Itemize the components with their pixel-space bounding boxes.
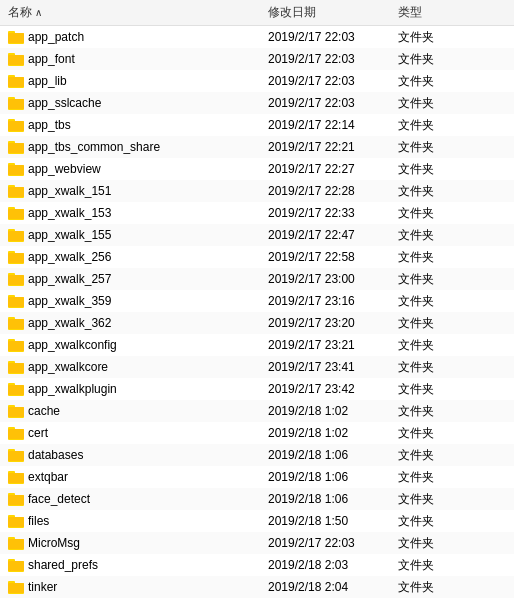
svg-rect-62 bbox=[8, 473, 24, 483]
svg-rect-65 bbox=[8, 495, 24, 505]
folder-icon bbox=[8, 514, 24, 528]
folder-icon bbox=[8, 470, 24, 484]
table-row[interactable]: app_xwalk_153 2019/2/17 22:33 文件夹 bbox=[0, 202, 514, 224]
table-row[interactable]: tinker_temp 2019/2/18 2:04 文件夹 bbox=[0, 598, 514, 602]
table-row[interactable]: app_xwalkcore 2019/2/17 23:41 文件夹 bbox=[0, 356, 514, 378]
folder-icon bbox=[8, 536, 24, 550]
table-row[interactable]: app_xwalk_359 2019/2/17 23:16 文件夹 bbox=[0, 290, 514, 312]
file-name-cell: app_xwalk_151 bbox=[8, 184, 268, 198]
file-name-text: app_tbs_common_share bbox=[28, 140, 160, 154]
table-row[interactable]: app_font 2019/2/17 22:03 文件夹 bbox=[0, 48, 514, 70]
svg-rect-68 bbox=[8, 517, 24, 527]
file-type-cell: 文件夹 bbox=[398, 557, 506, 574]
table-row[interactable]: tinker 2019/2/18 2:04 文件夹 bbox=[0, 576, 514, 598]
folder-icon bbox=[8, 118, 24, 132]
file-date-cell: 2019/2/18 1:06 bbox=[268, 492, 398, 506]
file-date-cell: 2019/2/18 2:04 bbox=[268, 580, 398, 594]
table-row[interactable]: files 2019/2/18 1:50 文件夹 bbox=[0, 510, 514, 532]
file-name-text: app_webview bbox=[28, 162, 101, 176]
file-type-cell: 文件夹 bbox=[398, 117, 506, 134]
file-name-text: app_xwalk_257 bbox=[28, 272, 111, 286]
table-row[interactable]: app_tbs_common_share 2019/2/17 22:21 文件夹 bbox=[0, 136, 514, 158]
table-row[interactable]: MicroMsg 2019/2/17 22:03 文件夹 bbox=[0, 532, 514, 554]
table-row[interactable]: app_patch 2019/2/17 22:03 文件夹 bbox=[0, 26, 514, 48]
file-date-cell: 2019/2/17 23:00 bbox=[268, 272, 398, 286]
file-name-text: app_tbs bbox=[28, 118, 71, 132]
table-row[interactable]: app_xwalk_257 2019/2/17 23:00 文件夹 bbox=[0, 268, 514, 290]
svg-rect-14 bbox=[8, 121, 24, 131]
svg-rect-44 bbox=[8, 341, 24, 351]
table-row[interactable]: app_tbs 2019/2/17 22:14 文件夹 bbox=[0, 114, 514, 136]
file-name-cell: app_xwalk_257 bbox=[8, 272, 268, 286]
file-name-cell: app_xwalkplugin bbox=[8, 382, 268, 396]
file-type-cell: 文件夹 bbox=[398, 359, 506, 376]
file-name-cell: files bbox=[8, 514, 268, 528]
table-row[interactable]: shared_prefs 2019/2/18 2:03 文件夹 bbox=[0, 554, 514, 576]
table-row[interactable]: app_lib 2019/2/17 22:03 文件夹 bbox=[0, 70, 514, 92]
file-type-cell: 文件夹 bbox=[398, 271, 506, 288]
file-name-text: app_xwalk_153 bbox=[28, 206, 111, 220]
svg-rect-71 bbox=[8, 539, 24, 549]
file-date-cell: 2019/2/17 22:14 bbox=[268, 118, 398, 132]
file-date-cell: 2019/2/18 1:50 bbox=[268, 514, 398, 528]
file-name-cell: cache bbox=[8, 404, 268, 418]
file-type-cell: 文件夹 bbox=[398, 139, 506, 156]
table-row[interactable]: app_xwalk_256 2019/2/17 22:58 文件夹 bbox=[0, 246, 514, 268]
file-date-cell: 2019/2/17 22:21 bbox=[268, 140, 398, 154]
svg-rect-11 bbox=[8, 99, 24, 109]
file-type-cell: 文件夹 bbox=[398, 73, 506, 90]
table-row[interactable]: app_xwalk_362 2019/2/17 23:20 文件夹 bbox=[0, 312, 514, 334]
file-type-cell: 文件夹 bbox=[398, 513, 506, 530]
svg-rect-26 bbox=[8, 209, 24, 219]
folder-icon bbox=[8, 96, 24, 110]
svg-rect-32 bbox=[8, 253, 24, 263]
file-name-text: app_xwalkplugin bbox=[28, 382, 117, 396]
file-name-cell: app_tbs_common_share bbox=[8, 140, 268, 154]
table-row[interactable]: app_sslcache 2019/2/17 22:03 文件夹 bbox=[0, 92, 514, 114]
table-row[interactable]: app_webview 2019/2/17 22:27 文件夹 bbox=[0, 158, 514, 180]
folder-icon bbox=[8, 272, 24, 286]
table-row[interactable]: app_xwalk_155 2019/2/17 22:47 文件夹 bbox=[0, 224, 514, 246]
svg-rect-74 bbox=[8, 561, 24, 571]
file-name-text: cache bbox=[28, 404, 60, 418]
file-name-text: extqbar bbox=[28, 470, 68, 484]
file-date-cell: 2019/2/17 22:03 bbox=[268, 30, 398, 44]
table-row[interactable]: cert 2019/2/18 1:02 文件夹 bbox=[0, 422, 514, 444]
file-explorer: 名称 修改日期 类型 app_patch 2019/2/17 22:03 文件夹… bbox=[0, 0, 514, 602]
file-name-text: app_xwalk_151 bbox=[28, 184, 111, 198]
table-row[interactable]: app_xwalk_151 2019/2/17 22:28 文件夹 bbox=[0, 180, 514, 202]
file-name-cell: face_detect bbox=[8, 492, 268, 506]
file-date-cell: 2019/2/17 23:16 bbox=[268, 294, 398, 308]
folder-icon bbox=[8, 426, 24, 440]
table-row[interactable]: app_xwalkconfig 2019/2/17 23:21 文件夹 bbox=[0, 334, 514, 356]
svg-rect-5 bbox=[8, 55, 24, 65]
file-name-text: tinker bbox=[28, 580, 57, 594]
folder-icon bbox=[8, 162, 24, 176]
table-row[interactable]: extqbar 2019/2/18 1:06 文件夹 bbox=[0, 466, 514, 488]
header-name[interactable]: 名称 bbox=[8, 4, 268, 21]
file-type-cell: 文件夹 bbox=[398, 469, 506, 486]
table-row[interactable]: face_detect 2019/2/18 1:06 文件夹 bbox=[0, 488, 514, 510]
file-date-cell: 2019/2/18 2:03 bbox=[268, 558, 398, 572]
file-date-cell: 2019/2/17 22:27 bbox=[268, 162, 398, 176]
file-type-cell: 文件夹 bbox=[398, 161, 506, 178]
file-name-cell: shared_prefs bbox=[8, 558, 268, 572]
file-type-cell: 文件夹 bbox=[398, 249, 506, 266]
header-date: 修改日期 bbox=[268, 4, 398, 21]
file-name-text: app_patch bbox=[28, 30, 84, 44]
file-name-text: MicroMsg bbox=[28, 536, 80, 550]
table-row[interactable]: databases 2019/2/18 1:06 文件夹 bbox=[0, 444, 514, 466]
svg-rect-50 bbox=[8, 385, 24, 395]
svg-rect-53 bbox=[8, 407, 24, 417]
table-row[interactable]: cache 2019/2/18 1:02 文件夹 bbox=[0, 400, 514, 422]
file-name-text: app_lib bbox=[28, 74, 67, 88]
folder-icon bbox=[8, 74, 24, 88]
file-date-cell: 2019/2/17 22:03 bbox=[268, 74, 398, 88]
file-type-cell: 文件夹 bbox=[398, 425, 506, 442]
folder-icon bbox=[8, 30, 24, 44]
table-row[interactable]: app_xwalkplugin 2019/2/17 23:42 文件夹 bbox=[0, 378, 514, 400]
file-name-cell: cert bbox=[8, 426, 268, 440]
file-name-text: face_detect bbox=[28, 492, 90, 506]
file-name-text: app_xwalk_362 bbox=[28, 316, 111, 330]
svg-rect-59 bbox=[8, 451, 24, 461]
